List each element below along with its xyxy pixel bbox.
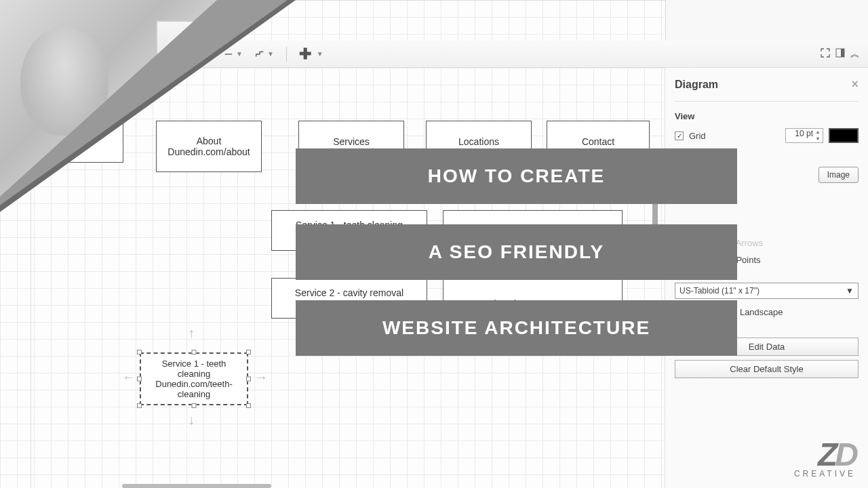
suggest-arrow-down-icon[interactable]: ↓	[188, 412, 195, 428]
horizontal-scrollbar[interactable]	[122, 484, 271, 488]
overlay-line-1: How to create	[296, 148, 737, 204]
grid-checkbox[interactable]	[675, 131, 684, 140]
node-title: Services	[333, 136, 370, 147]
grid-label: Grid	[689, 131, 780, 141]
chevron-down-icon: ▼	[846, 286, 854, 296]
suggest-arrow-left-icon[interactable]: ←	[122, 369, 136, 385]
image-button[interactable]: Image	[818, 167, 859, 183]
node-selected[interactable]: Service 1 - teeth cleaning Dunedin.com/t…	[140, 352, 248, 405]
close-icon[interactable]: ×	[851, 77, 859, 92]
grid-size-input[interactable]: 10 pt ▲▼	[785, 128, 823, 143]
grid-color-swatch[interactable]	[829, 128, 859, 143]
suggest-arrow-right-icon[interactable]: →	[254, 369, 268, 385]
vertical-scrollbar[interactable]	[652, 200, 658, 227]
collapse-icon[interactable]: ︽	[850, 48, 860, 60]
brand-logo: ZD CREATIVE	[794, 442, 856, 479]
fullscreen-icon[interactable]	[821, 48, 830, 60]
clear-style-button[interactable]: Clear Default Style	[675, 360, 859, 378]
svg-rect-1	[841, 49, 844, 57]
section-view: View	[675, 111, 859, 121]
format-panel-toggle-icon[interactable]	[835, 48, 845, 60]
overlay-line-3: Website Architecture	[296, 300, 737, 356]
overlay-line-2: A SEO Friendly	[296, 224, 737, 280]
node-title: Contact	[582, 136, 614, 147]
node-title: Locations	[458, 136, 499, 147]
suggest-arrow-up-icon[interactable]: ↑	[188, 325, 195, 341]
panel-title: Diagram	[675, 79, 718, 91]
paper-size-select[interactable]: US-Tabloid (11" x 17")▼	[675, 283, 859, 299]
node-title: Service 2 - cavity removal	[295, 287, 403, 298]
node-title: Service 1 - teeth cleaning	[146, 359, 241, 379]
node-url: Dunedin.com/teeth-cleaning	[146, 379, 241, 399]
